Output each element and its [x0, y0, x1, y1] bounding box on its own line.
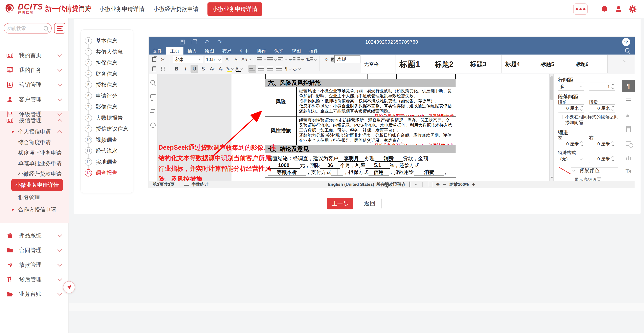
sidebar-item-leaf-0[interactable]: 综合额度申请: [18, 137, 68, 148]
editor-menu-tab[interactable]: 协作: [253, 47, 270, 55]
row-content[interactable]: 经营真实性验证:实地走访经营场所，观察生产/销售情况、库存、员工状态等。交叉验证…: [297, 117, 456, 145]
sidebar-item-top-0[interactable]: 我的首页: [0, 48, 68, 63]
bullet-list-icon[interactable]: [257, 56, 266, 63]
editor-menu-tab[interactable]: 布局: [218, 47, 236, 55]
stepper-step-4[interactable]: 4财务信息: [81, 69, 134, 79]
image-panel-icon[interactable]: [622, 109, 635, 121]
indent-right-stepper[interactable]: 0 厘米: [589, 140, 615, 148]
superscript-icon[interactable]: A2: [208, 65, 216, 73]
align-center-icon[interactable]: [257, 65, 265, 73]
stepper-step-3[interactable]: 3担保信息: [81, 57, 134, 68]
align-left-icon[interactable]: [248, 65, 256, 73]
document-viewport[interactable]: 六、风险及风控措施 风险经营风险：小微企业市场竞争力弱，易受行业波动（如政策变化…: [158, 74, 549, 181]
multilevel-list-icon[interactable]: [278, 56, 287, 63]
editor-menu-tab[interactable]: 文件: [149, 47, 166, 55]
spacing-before-stepper[interactable]: 0 厘米: [558, 104, 584, 113]
spacing-after-stepper[interactable]: 0 厘米: [589, 104, 615, 113]
style-常规[interactable]: 常规: [334, 55, 360, 63]
nav-tab[interactable]: 小微业务申请详情: [99, 5, 144, 13]
conclusion-field[interactable]: 36: [320, 162, 340, 169]
spellcheck-icon[interactable]: ABC✓: [392, 182, 399, 187]
comments-icon[interactable]: [150, 94, 156, 98]
italic-icon[interactable]: I: [182, 65, 189, 73]
editor-menu-tab[interactable]: 引用: [236, 47, 253, 55]
increase-indent-icon[interactable]: ⇥: [297, 56, 305, 63]
conclusion-field[interactable]: [331, 169, 343, 175]
zoom-in-icon[interactable]: +: [472, 181, 475, 188]
sidebar-item-top-2[interactable]: 营销管理: [0, 78, 68, 92]
track-changes-icon[interactable]: [410, 182, 410, 187]
chart-panel-icon[interactable]: [622, 151, 635, 164]
style-标题2[interactable]: 标题2: [431, 55, 466, 73]
stepper-step-11[interactable]: 11经营流水: [81, 145, 134, 156]
sidebar-item-leaf-2[interactable]: 单笔单批业务申请: [18, 158, 68, 169]
background-color-dropdown-icon[interactable]: [571, 167, 576, 174]
editor-menu-tab[interactable]: 插件: [305, 47, 322, 55]
sidebar-search[interactable]: [4, 23, 52, 34]
globe-icon[interactable]: [384, 182, 389, 187]
font-size-select[interactable]: 10.5: [204, 56, 222, 63]
redo-icon[interactable]: ↷: [217, 39, 223, 46]
document-scrollbar[interactable]: [549, 74, 554, 181]
sidebar-collapse-button[interactable]: [54, 23, 66, 34]
font-name-select[interactable]: 宋体: [173, 56, 203, 63]
background-color-swatch[interactable]: [558, 167, 571, 174]
nav-tab[interactable]: 小微经营贷款申请: [154, 5, 198, 13]
track-changes-dropdown-icon[interactable]: [415, 183, 418, 185]
stepper-step-1[interactable]: 1基本信息: [81, 35, 134, 46]
sidebar-item-leaf-5[interactable]: 批复管理: [18, 192, 68, 204]
table-panel-icon[interactable]: [622, 95, 635, 107]
special-format-select[interactable]: (无): [558, 155, 584, 163]
stepper-step-13[interactable]: 13调查报告: [81, 167, 134, 178]
sidebar-item-top-3[interactable]: 客户管理: [0, 92, 68, 107]
paste-icon[interactable]: [150, 65, 158, 73]
stepper-step-6[interactable]: 6申请评分: [81, 91, 134, 101]
sidebar-item-bottom-3[interactable]: 贷后管理: [0, 272, 68, 287]
style-标题1[interactable]: 标题1: [396, 55, 431, 73]
strikethrough-icon[interactable]: S: [200, 65, 207, 73]
find-icon[interactable]: [150, 80, 155, 85]
conclusion-field[interactable]: 5.1: [366, 162, 390, 169]
bold-icon[interactable]: B: [173, 65, 180, 73]
sidebar-item-bottom-2[interactable]: 放款管理: [0, 258, 68, 272]
print-icon[interactable]: [192, 41, 197, 44]
fill-color-icon[interactable]: ◇: [293, 65, 300, 73]
previous-step-button[interactable]: 上一步: [327, 198, 354, 209]
special-format-stepper[interactable]: 0 厘米: [589, 155, 615, 163]
zoom-out-icon[interactable]: −: [443, 181, 446, 188]
editor-menu-tab[interactable]: 绘图: [201, 47, 218, 55]
underline-icon[interactable]: U: [190, 65, 198, 73]
word-count-icon[interactable]: [184, 183, 189, 186]
same-style-checkbox[interactable]: [558, 115, 562, 119]
row-content[interactable]: 经营风险：小微企业市场竞争力弱，易受行业波动（如政策变化、供应链中断、竞争加剧）…: [297, 87, 456, 116]
page-panel-icon[interactable]: [622, 123, 635, 136]
paragraph-panel-icon[interactable]: ¶: [622, 80, 635, 92]
justify-icon[interactable]: [275, 65, 283, 73]
style-标题4[interactable]: 标题4: [502, 55, 537, 73]
sidebar-item-leaf-1[interactable]: 额度项下业务申请: [18, 147, 68, 159]
stepper-step-7[interactable]: 7影像信息: [81, 101, 134, 112]
more-actions-icon[interactable]: [573, 4, 588, 15]
styles-more-icon[interactable]: [623, 59, 626, 62]
numbered-list-icon[interactable]: [267, 56, 276, 63]
sidebar-item-bottom-0[interactable]: 押品系统: [0, 228, 68, 243]
font-color-icon[interactable]: A: [235, 65, 242, 73]
conclusion-field[interactable]: 信用: [368, 169, 389, 175]
stepper-step-8[interactable]: 8大数据报告: [81, 113, 134, 123]
stepper-step-2[interactable]: 2共借人信息: [81, 47, 134, 57]
conclusion-field[interactable]: 消费: [374, 155, 403, 162]
save-icon[interactable]: [180, 40, 185, 45]
user-profile-icon[interactable]: [614, 5, 622, 13]
editor-search-icon[interactable]: [625, 48, 630, 53]
fit-width-icon[interactable]: ⇹: [436, 182, 440, 187]
about-info-icon[interactable]: i: [150, 123, 156, 128]
editor-menu-tab[interactable]: 插入: [184, 47, 201, 55]
language-select[interactable]: English (United States): [328, 182, 374, 187]
undo-icon[interactable]: ↶: [204, 39, 210, 46]
sidebar-group-partner-credit[interactable]: 合作方授信申请: [0, 204, 68, 216]
settings-gear-icon[interactable]: [629, 5, 637, 13]
floating-send-button[interactable]: [63, 281, 75, 293]
headings-outline-icon[interactable]: [150, 109, 156, 113]
editor-menu-tab[interactable]: 保护: [270, 47, 288, 55]
conclusion-field[interactable]: 消费: [414, 169, 444, 175]
